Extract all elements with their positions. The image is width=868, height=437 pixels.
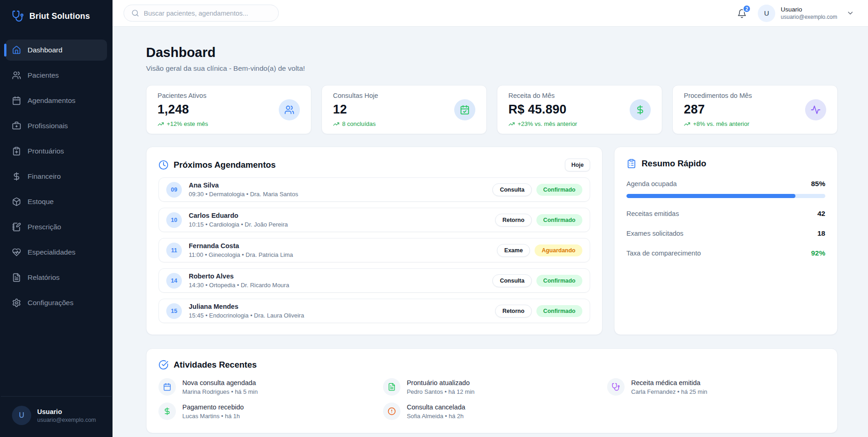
- topbar-user-name: Usuario: [781, 6, 837, 13]
- file-text-icon: [12, 273, 21, 282]
- clipboard-list-icon: [626, 159, 637, 169]
- patient-name: Carlos Eduardo: [189, 212, 288, 219]
- stat-trend-text: +23% vs. mês anterior: [518, 120, 577, 127]
- patient-name: Roberto Alves: [189, 272, 289, 280]
- activity-meta: Pedro Santos • há 12 min: [407, 388, 475, 395]
- stat-card-consultas-hoje: Consultas Hoje 12 8 concluídas: [321, 85, 487, 134]
- appointment-type-badge: Retorno: [495, 214, 532, 227]
- quick-summary-card: Resumo Rápido Agenda ocupada 85% Receita…: [614, 147, 838, 335]
- search-input[interactable]: [144, 10, 271, 17]
- status-badge: Confirmado: [536, 184, 582, 196]
- stat-trend-text: 8 concluídas: [342, 120, 376, 127]
- activity-item: Nova consulta agendada Marina Rodrigues …: [158, 378, 377, 396]
- activity-meta: Marina Rodrigues • há 5 min: [182, 388, 258, 395]
- agenda-progress-bar: [626, 194, 825, 198]
- briefcase-medical-icon: [12, 121, 21, 131]
- summary-row-exames: Exames solicitados 18: [626, 229, 825, 238]
- stat-value: 1,248: [158, 102, 208, 117]
- dollar-icon: [163, 407, 171, 415]
- users-icon: [284, 105, 294, 115]
- dollar-icon: [12, 172, 21, 181]
- activity-title: Prontuário atualizado: [407, 379, 475, 386]
- agenda-progress-fill: [626, 194, 795, 198]
- notifications-button[interactable]: 2: [736, 7, 748, 19]
- appointment-row[interactable]: 14 Roberto Alves 14:30 • Ortopedia • Dr.…: [158, 268, 590, 293]
- chevron-down-icon: [846, 9, 854, 17]
- sidebar-item-financeiro[interactable]: Financeiro: [6, 166, 107, 187]
- recent-activities-card: Atividades Recentes Nova consulta agenda…: [146, 348, 838, 433]
- activity-meta: Lucas Martins • há 1h: [182, 413, 244, 420]
- appointment-details: 09:30 • Dermatologia • Dra. Maria Santos: [189, 191, 298, 198]
- appointment-type-badge: Exame: [497, 244, 530, 257]
- sidebar-item-prontuarios[interactable]: Prontuários: [6, 141, 107, 162]
- stethoscope-icon: [12, 10, 24, 22]
- search-icon: [131, 9, 139, 17]
- sidebar-item-label: Prontuários: [28, 147, 64, 155]
- trending-up-icon: [158, 121, 164, 127]
- stat-label: Procedimentos do Mês: [684, 92, 752, 99]
- sidebar-item-pacientes[interactable]: Pacientes: [6, 65, 107, 86]
- patient-name: Fernanda Costa: [189, 242, 293, 250]
- topbar: 2 U Usuario usuario@exemplo.com: [113, 0, 868, 27]
- stats-row: Pacientes Ativos 1,248 +12% este mês Con…: [146, 85, 838, 134]
- patient-name: Juliana Mendes: [189, 303, 304, 310]
- stat-label: Consultas Hoje: [333, 92, 378, 99]
- status-badge: Confirmado: [536, 275, 582, 287]
- appointments-title: Próximos Agendamentos: [174, 160, 276, 170]
- sidebar-item-estoque[interactable]: Estoque: [6, 191, 107, 212]
- summary-row-comparecimento: Taxa de comparecimento 92%: [626, 249, 825, 257]
- user-menu[interactable]: U Usuario usuario@exemplo.com: [758, 5, 854, 22]
- activity-title: Pagamento recebido: [182, 403, 244, 411]
- appointment-details: 15:45 • Endocrinologia • Dra. Laura Oliv…: [189, 312, 304, 319]
- appointment-row[interactable]: 10 Carlos Eduardo 10:15 • Cardiologia • …: [158, 208, 590, 232]
- package-icon: [12, 197, 21, 206]
- sidebar-item-label: Pacientes: [28, 71, 59, 79]
- activity-title: Nova consulta agendada: [182, 379, 258, 386]
- activities-grid: Nova consulta agendada Marina Rodrigues …: [158, 378, 825, 420]
- sidebar-item-label: Estoque: [28, 198, 54, 206]
- appointment-type-badge: Consulta: [492, 274, 531, 287]
- sidebar: Briut Solutions Dashboard Pacientes Agen…: [0, 0, 113, 437]
- sidebar-item-agendamentos[interactable]: Agendamentos: [6, 90, 107, 111]
- appointment-details: 14:30 • Ortopedia • Dr. Ricardo Moura: [189, 282, 289, 289]
- appointment-row[interactable]: 15 Juliana Mendes 15:45 • Endocrinologia…: [158, 299, 590, 323]
- sidebar-item-dashboard[interactable]: Dashboard: [6, 40, 107, 61]
- time-badge: 10: [166, 212, 182, 228]
- patient-name: Ana Silva: [189, 182, 298, 189]
- brand-logo: Briut Solutions: [0, 0, 113, 27]
- sidebar-item-label: Dashboard: [28, 46, 62, 54]
- sidebar-item-especialidades[interactable]: Especialidades: [6, 242, 107, 263]
- sidebar-user-name: Usuario: [37, 408, 96, 415]
- time-badge: 11: [166, 243, 182, 258]
- file-text-icon: [388, 383, 396, 391]
- sidebar-item-profissionais[interactable]: Profissionais: [6, 115, 107, 136]
- stat-card-procedimentos-mes: Procedimentos do Mês 287 +8% vs. mês ant…: [672, 85, 838, 134]
- sidebar-user-email: usuario@exemplo.com: [37, 417, 96, 423]
- stat-label: Pacientes Ativos: [158, 92, 208, 99]
- middle-grid: Próximos Agendamentos Hoje 09 Ana Silva …: [146, 147, 838, 335]
- sidebar-item-label: Relatórios: [28, 273, 60, 282]
- appointment-details: 10:15 • Cardiologia • Dr. João Pereira: [189, 221, 288, 228]
- summary-row-receitas: Receitas emitidas 42: [626, 210, 825, 218]
- check-circle-icon: [158, 360, 169, 370]
- appointment-type-badge: Consulta: [492, 183, 531, 196]
- summary-row-agenda: Agenda ocupada 85%: [626, 180, 825, 188]
- topbar-right: 2 U Usuario usuario@exemplo.com: [736, 5, 854, 22]
- appointment-row[interactable]: 09 Ana Silva 09:30 • Dermatologia • Dra.…: [158, 177, 590, 202]
- sidebar-user[interactable]: U Usuario usuario@exemplo.com: [1, 396, 112, 437]
- sidebar-item-prescricao[interactable]: Prescrição: [6, 216, 107, 238]
- sidebar-item-label: Financeiro: [28, 172, 61, 181]
- appointment-row[interactable]: 11 Fernanda Costa 11:00 • Ginecologia • …: [158, 238, 590, 262]
- heart-pulse-icon: [12, 248, 21, 257]
- sidebar-item-relatorios[interactable]: Relatórios: [6, 267, 107, 288]
- sidebar-item-configuracoes[interactable]: Configurações: [6, 292, 107, 313]
- status-badge: Confirmado: [536, 305, 582, 317]
- topbar-user-email: usuario@exemplo.com: [781, 14, 837, 20]
- sidebar-spacer: [0, 313, 113, 396]
- sidebar-item-label: Profissionais: [28, 122, 68, 130]
- hoje-filter-button[interactable]: Hoje: [565, 159, 590, 171]
- gear-icon: [12, 298, 21, 307]
- home-icon: [12, 45, 21, 55]
- notification-badge: 2: [743, 5, 751, 13]
- search-box[interactable]: [124, 5, 279, 22]
